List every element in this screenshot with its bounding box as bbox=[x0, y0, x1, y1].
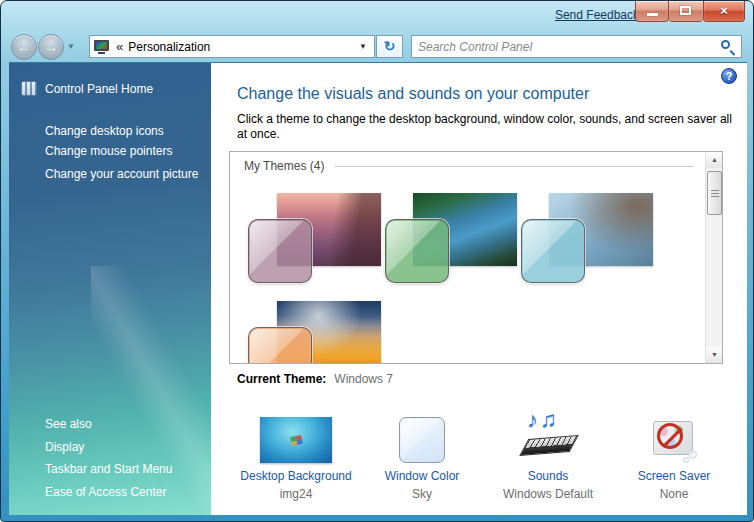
bubble-icon bbox=[688, 450, 697, 459]
desktop-background-value: img24 bbox=[280, 487, 313, 501]
title-bar: Send Feedback × bbox=[1, 1, 753, 31]
see-also-header: See also bbox=[45, 417, 92, 431]
sidebar-item-ease-of-access[interactable]: Ease of Access Center bbox=[45, 485, 166, 499]
screen-saver-value: None bbox=[660, 487, 689, 501]
breadcrumb-overflow-icon[interactable]: « bbox=[116, 39, 123, 54]
main-area: Control Panel Home Change desktop icons … bbox=[9, 63, 747, 515]
current-theme-value: Windows 7 bbox=[334, 372, 393, 386]
theme-gallery: My Themes (4) ▲ ▼ bbox=[229, 151, 723, 364]
sidebar-item-change-mouse-pointers[interactable]: Change mouse pointers bbox=[45, 144, 172, 158]
window-color-setting: Window Color Sky bbox=[359, 403, 485, 501]
sounds-value: Windows Default bbox=[503, 487, 593, 501]
content-pane: ? Change the visuals and sounds on your … bbox=[211, 63, 747, 515]
window-color-value: Sky bbox=[412, 487, 432, 501]
refresh-button[interactable]: ↻ bbox=[376, 35, 403, 58]
recent-pages-dropdown[interactable]: ▼ bbox=[67, 42, 75, 51]
sidebar-item-taskbar-start-menu[interactable]: Taskbar and Start Menu bbox=[45, 462, 172, 476]
maximize-button[interactable] bbox=[669, 1, 703, 22]
close-icon: × bbox=[704, 1, 744, 21]
theme-item-3[interactable] bbox=[521, 219, 585, 283]
personalization-icon bbox=[94, 40, 109, 53]
prohibition-icon bbox=[657, 423, 683, 449]
current-theme-row: Current Theme:Windows 7 bbox=[237, 372, 393, 386]
scrollbar-thumb[interactable] bbox=[707, 171, 722, 215]
sidebar: Control Panel Home Change desktop icons … bbox=[9, 63, 211, 515]
my-themes-group-label: My Themes (4) bbox=[244, 159, 332, 173]
desktop-background-setting: Desktop Background img24 bbox=[233, 403, 359, 501]
sidebar-item-display[interactable]: Display bbox=[45, 440, 84, 454]
sounds-icon[interactable]: ♪♫ bbox=[519, 411, 577, 463]
group-divider bbox=[335, 166, 694, 167]
minimize-icon bbox=[647, 13, 658, 16]
current-theme-label: Current Theme: bbox=[237, 372, 326, 386]
sidebar-item-control-panel-home[interactable]: Control Panel Home bbox=[21, 81, 153, 96]
screen-saver-icon[interactable] bbox=[649, 415, 699, 463]
address-bar[interactable]: « Personalization ▼ bbox=[89, 35, 375, 58]
help-icon[interactable]: ? bbox=[721, 68, 737, 84]
desktop-background-icon[interactable] bbox=[260, 417, 332, 463]
back-button[interactable]: ← bbox=[11, 34, 37, 60]
screen-saver-link[interactable]: Screen Saver bbox=[638, 469, 711, 483]
theme-item-4[interactable] bbox=[248, 327, 312, 364]
screen-saver-setting: Screen Saver None bbox=[611, 403, 737, 501]
keyboard-icon bbox=[519, 435, 579, 456]
window-color-icon[interactable] bbox=[399, 417, 445, 463]
gallery-scrollbar[interactable]: ▲ ▼ bbox=[705, 152, 722, 363]
bubble-icon bbox=[683, 457, 689, 463]
control-panel-home-label: Control Panel Home bbox=[45, 82, 153, 96]
minimize-button[interactable] bbox=[635, 1, 669, 22]
page-title: Change the visuals and sounds on your co… bbox=[237, 85, 589, 103]
forward-button[interactable]: → bbox=[38, 34, 64, 60]
address-dropdown-icon[interactable]: ▼ bbox=[356, 42, 370, 51]
sounds-setting: ♪♫ Sounds Windows Default bbox=[485, 403, 611, 501]
theme-item-1[interactable] bbox=[248, 219, 312, 283]
breadcrumb-location: Personalization bbox=[128, 40, 356, 54]
navigation-bar: ← → ▼ « Personalization ▼ ↻ bbox=[1, 31, 753, 63]
search-input[interactable] bbox=[412, 36, 719, 57]
scroll-up-icon[interactable]: ▲ bbox=[706, 152, 723, 168]
scroll-down-icon[interactable]: ▼ bbox=[706, 347, 723, 363]
search-icon[interactable] bbox=[719, 38, 737, 56]
sounds-link[interactable]: Sounds bbox=[528, 469, 569, 483]
window-color-link[interactable]: Window Color bbox=[385, 469, 460, 483]
send-feedback-link[interactable]: Send Feedback bbox=[555, 8, 639, 22]
sidebar-item-change-desktop-icons[interactable]: Change desktop icons bbox=[45, 124, 164, 138]
theme-settings-row: Desktop Background img24 Window Color Sk… bbox=[233, 403, 737, 501]
page-description: Click a theme to change the desktop back… bbox=[237, 112, 745, 142]
personalization-window: Send Feedback × ← → ▼ « Personalization … bbox=[0, 0, 754, 522]
windows-logo-icon bbox=[290, 435, 303, 446]
caption-buttons: × bbox=[635, 1, 745, 22]
music-notes-icon: ♪♫ bbox=[527, 407, 559, 433]
close-button[interactable]: × bbox=[703, 1, 745, 22]
theme-item-2[interactable] bbox=[385, 219, 449, 283]
desktop-background-link[interactable]: Desktop Background bbox=[240, 469, 351, 483]
sidebar-item-change-account-picture[interactable]: Change your account picture bbox=[45, 167, 198, 181]
search-box[interactable] bbox=[411, 35, 742, 58]
control-panel-home-icon bbox=[21, 81, 37, 96]
maximize-icon bbox=[680, 6, 691, 15]
